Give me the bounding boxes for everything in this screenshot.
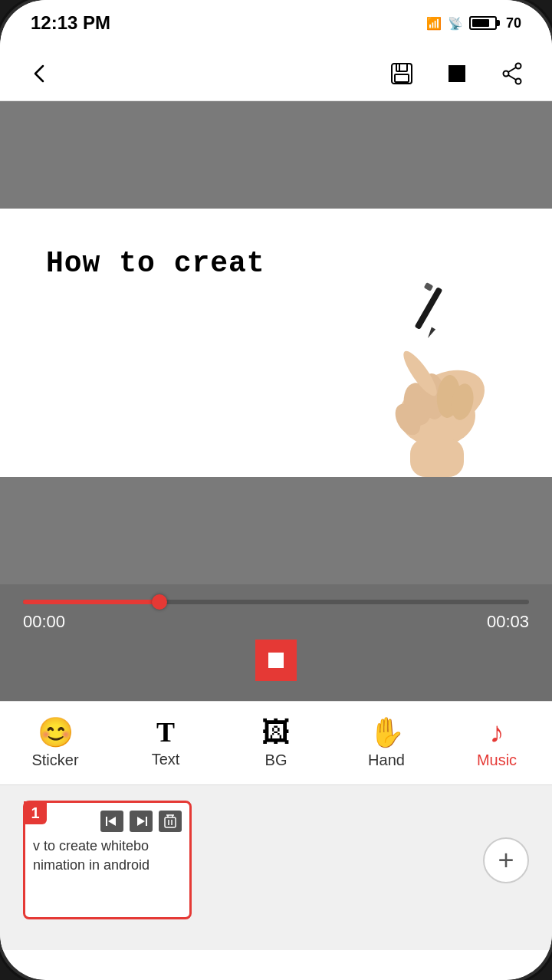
status-icons: 📶 📡 70 [426, 15, 521, 31]
battery-percent: 70 [506, 15, 521, 31]
clip-next-button[interactable] [130, 811, 153, 832]
clip-controls [33, 811, 182, 832]
canvas-text: How to creat [46, 247, 265, 280]
current-time: 00:00 [23, 612, 65, 632]
tab-sticker[interactable]: 😊 Sticker [25, 718, 86, 769]
video-bottom-gray [0, 477, 552, 584]
tab-music[interactable]: ♪ Music [466, 718, 527, 769]
clip-delete-button[interactable] [159, 811, 182, 832]
wifi-icon: 📡 [448, 16, 463, 31]
phone-screen: 12:13 PM 📶 📡 70 [0, 0, 552, 980]
scrubber-track[interactable] [23, 600, 529, 604]
tab-hand[interactable]: ✋ Hand [356, 718, 417, 769]
svg-point-7 [516, 78, 521, 84]
svg-marker-23 [108, 817, 116, 826]
stop-button[interactable] [440, 57, 474, 90]
status-bar: 12:13 PM 📶 📡 70 [0, 0, 552, 46]
video-top-gray [0, 101, 552, 209]
clip-item[interactable]: 1 [23, 801, 192, 919]
svg-rect-2 [395, 74, 409, 82]
text-icon: T [156, 719, 175, 746]
svg-marker-11 [426, 327, 435, 339]
add-clip-button[interactable]: + [483, 837, 529, 883]
svg-rect-20 [410, 439, 464, 477]
music-icon: ♪ [490, 718, 504, 747]
time-labels: 00:00 00:03 [23, 612, 529, 632]
svg-marker-25 [137, 817, 145, 826]
tab-bg[interactable]: 🖼 BG [245, 718, 307, 769]
phone-shell: 12:13 PM 📶 📡 70 [0, 0, 552, 980]
scrubber-fill [23, 600, 159, 604]
svg-rect-22 [268, 653, 284, 668]
svg-rect-10 [415, 287, 443, 330]
clip-number: 1 [24, 801, 47, 824]
clip-panel: 1 [0, 785, 552, 950]
svg-rect-12 [424, 282, 434, 291]
scrubber-thumb[interactable] [152, 594, 167, 610]
bg-icon: 🖼 [261, 718, 291, 747]
svg-point-6 [504, 71, 509, 76]
share-button[interactable] [495, 57, 529, 90]
back-button[interactable] [23, 57, 57, 90]
save-button[interactable] [385, 57, 419, 90]
clip-preview-text: v to create whitebo nimation in android [33, 837, 182, 875]
play-stop-button[interactable] [255, 640, 297, 681]
text-label: Text [152, 751, 180, 768]
hand-illustration [360, 278, 514, 477]
toolbar-right [385, 57, 529, 90]
signal-icon: 📶 [426, 16, 442, 31]
total-time: 00:03 [487, 612, 529, 632]
svg-line-8 [508, 67, 516, 72]
timeline-area: 00:00 00:03 [0, 584, 552, 701]
svg-rect-1 [396, 64, 407, 71]
svg-rect-27 [165, 817, 176, 827]
sticker-label: Sticker [31, 751, 78, 769]
tab-text[interactable]: T Text [135, 719, 196, 768]
top-toolbar [0, 46, 552, 101]
play-button-area [23, 640, 529, 693]
battery-icon [469, 16, 497, 30]
bottom-tab-bar: 😊 Sticker T Text 🖼 BG ✋ Hand ♪ Music [0, 701, 552, 785]
status-time: 12:13 PM [31, 12, 110, 34]
music-label: Music [477, 751, 517, 769]
clip-prev-button[interactable] [100, 811, 123, 832]
bg-label: BG [265, 751, 288, 769]
hand-icon: ✋ [369, 718, 405, 747]
svg-point-5 [516, 63, 521, 68]
video-canvas: How to creat [23, 209, 529, 477]
svg-rect-4 [449, 65, 465, 82]
hand-label: Hand [368, 751, 405, 769]
svg-line-9 [508, 75, 516, 80]
sticker-icon: 😊 [38, 718, 74, 747]
